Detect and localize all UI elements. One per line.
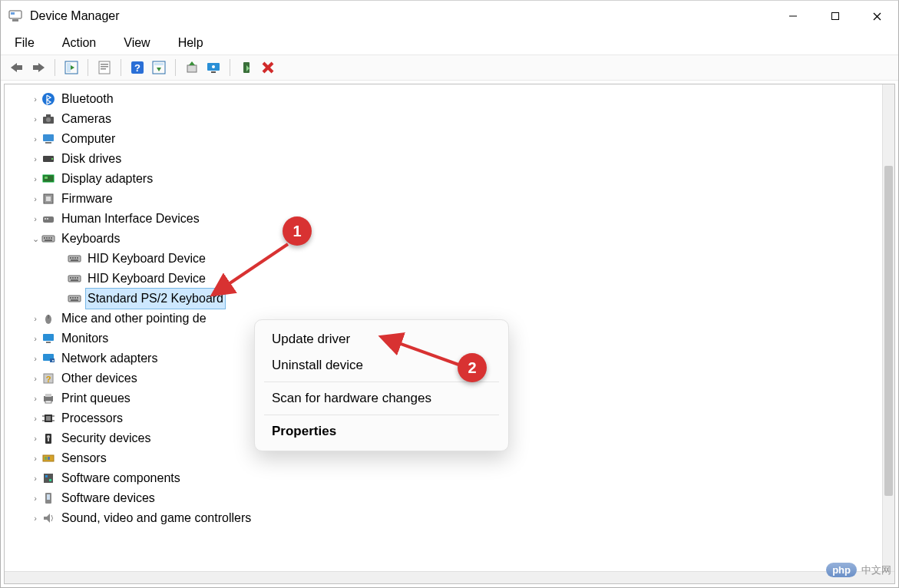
chevron-right-icon[interactable]: › [29,149,41,169]
svg-rect-48 [44,237,45,239]
tree-node[interactable]: ⌄Keyboards [8,229,879,249]
tree-node-label: Network adapters [60,349,159,368]
context-menu: Update driver Uninstall device Scan for … [254,319,509,451]
tree-node[interactable]: ›Cameras [8,109,879,129]
chevron-right-icon[interactable]: › [29,129,41,149]
tree-node-label: Monitors [60,329,110,349]
svg-rect-35 [46,114,51,117]
chevron-right-icon[interactable]: › [29,368,41,388]
tree-node-label: Standard PS/2 Keyboard [86,289,225,309]
svg-point-90 [47,435,50,438]
chevron-right-icon[interactable]: › [29,329,41,349]
tree-node[interactable]: ›Sound, video and game controllers [8,508,879,528]
properties-sheet-button[interactable] [149,58,169,78]
svg-rect-15 [101,64,108,65]
enable-device-button[interactable] [236,58,256,78]
horizontal-scrollbar[interactable] [5,571,894,583]
unknown-icon: ? [41,372,55,385]
chevron-right-icon[interactable]: › [29,448,41,468]
svg-point-27 [212,65,215,68]
tree-node-label: Other devices [60,368,139,388]
tree-node[interactable]: ›Disk drives [8,149,879,169]
tree-node[interactable]: ›Display adapters [8,169,879,189]
minimize-button[interactable] [772,1,814,31]
menu-view[interactable]: View [117,35,156,51]
software-device-icon [41,491,55,505]
svg-rect-73 [43,334,54,341]
sensor-icon [41,451,55,465]
svg-rect-62 [74,277,76,279]
tree-node[interactable]: ›Firmware [8,189,879,209]
forward-button[interactable] [28,58,48,78]
tree-node[interactable]: ›Human Interface Devices [8,209,879,229]
tree-node[interactable]: Standard PS/2 Keyboard [8,289,879,309]
chevron-right-icon[interactable]: › [29,428,41,448]
tree-node[interactable]: HID Keyboard Device [8,269,879,289]
menu-action[interactable]: Action [56,35,102,51]
svg-marker-7 [11,63,17,72]
svg-rect-12 [67,63,71,72]
close-button[interactable] [856,1,898,31]
tree-node[interactable]: HID Keyboard Device [8,249,879,269]
chevron-right-icon[interactable]: › [29,408,41,428]
printer-icon [41,391,55,405]
svg-rect-81 [45,394,51,397]
svg-rect-4 [831,13,838,20]
tree-node-label: HID Keyboard Device [86,269,207,289]
svg-rect-60 [70,277,71,279]
show-hide-tree-button[interactable] [61,58,81,78]
chevron-down-icon[interactable]: ⌄ [29,229,41,249]
svg-rect-64 [71,279,78,281]
tree-node[interactable]: ›Computer [8,129,879,149]
maximize-button[interactable] [814,1,856,31]
bluetooth-icon [41,92,55,106]
menu-help[interactable]: Help [172,35,210,51]
chevron-right-icon[interactable]: › [29,508,41,528]
ctx-update-driver[interactable]: Update driver [255,326,508,352]
chevron-right-icon[interactable]: › [29,89,41,109]
svg-marker-22 [157,68,161,71]
svg-text:?: ? [134,62,140,74]
keyboard-icon [41,232,55,246]
chevron-right-icon[interactable]: › [29,468,41,488]
properties-button[interactable] [94,58,114,78]
svg-rect-63 [77,277,78,279]
chevron-right-icon[interactable]: › [29,309,41,329]
svg-rect-45 [45,218,46,220]
chevron-right-icon[interactable]: › [29,169,41,189]
tree-node[interactable]: ›Bluetooth [8,89,879,109]
tree-node[interactable]: ›Software devices [8,488,879,508]
chevron-right-icon[interactable]: › [29,209,41,229]
scan-hardware-button[interactable] [203,58,223,78]
chevron-right-icon[interactable]: › [29,349,41,368]
svg-rect-46 [47,218,48,220]
chevron-right-icon[interactable]: › [29,488,41,508]
ctx-properties[interactable]: Properties [255,418,508,444]
tree-node-label: Print queues [60,388,132,408]
svg-rect-55 [72,257,74,259]
vertical-scrollbar[interactable] [882,84,894,583]
chevron-right-icon[interactable]: › [29,109,41,129]
svg-rect-82 [45,401,51,403]
keyboard-icon [68,272,81,286]
annotation-callout-2: 2 [458,353,487,382]
update-driver-button[interactable] [182,58,202,78]
chevron-right-icon[interactable]: › [29,189,41,209]
computer-icon [41,132,55,146]
svg-rect-56 [74,257,76,259]
back-button[interactable] [7,58,27,78]
scrollbar-thumb[interactable] [884,166,893,496]
help-button[interactable]: ? [127,58,147,78]
menu-file[interactable]: File [8,35,41,51]
disk-icon [41,152,55,166]
ctx-scan-hardware[interactable]: Scan for hardware changes [255,385,508,411]
uninstall-device-button[interactable] [258,58,278,78]
tree-node-label: Human Interface Devices [60,209,201,229]
tree-node[interactable]: ›Software components [8,468,879,488]
svg-rect-23 [187,65,197,72]
chevron-right-icon[interactable]: › [29,388,41,408]
svg-point-39 [51,158,53,160]
svg-rect-16 [101,66,108,68]
svg-rect-96 [45,475,48,477]
svg-rect-21 [154,63,164,65]
